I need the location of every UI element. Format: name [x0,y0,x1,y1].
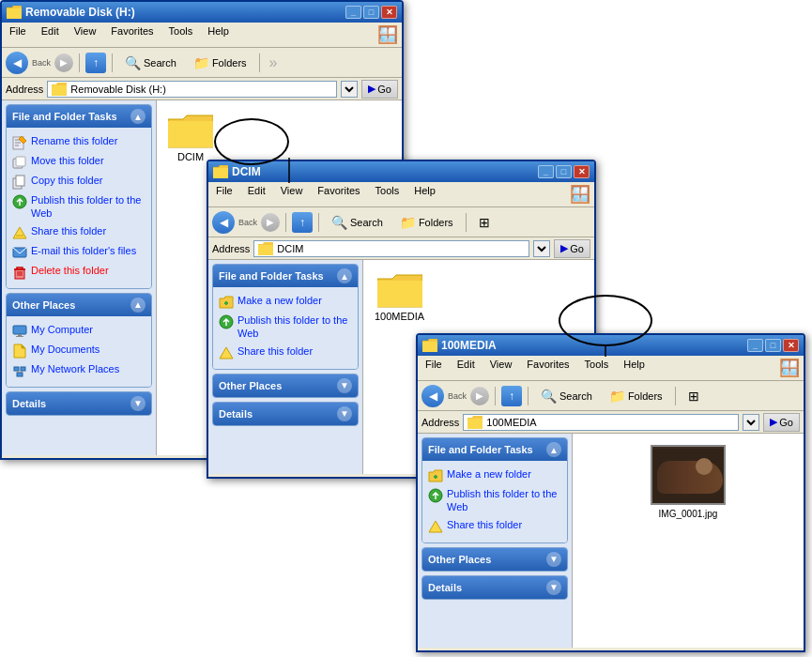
search-btn-3[interactable]: 🔍 Search [534,386,599,406]
menu-view-3[interactable]: View [486,358,516,378]
address-dropdown-1[interactable] [341,81,358,98]
address-input-2[interactable]: DCIM [253,240,529,257]
task-copy-1[interactable]: Copy this folder [10,173,147,191]
back-btn-1[interactable]: ◀ [6,52,28,74]
collapse-details-3[interactable]: ▼ [546,580,561,595]
panel-header-file-tasks-1[interactable]: File and Folder Tasks ▲ [7,105,151,128]
close-btn-2[interactable]: ✕ [574,165,590,178]
collapse-details-2[interactable]: ▼ [337,406,352,421]
collapse-details-1[interactable]: ▼ [130,396,146,411]
minimize-btn-1[interactable]: _ [345,6,361,19]
collapse-other-3[interactable]: ▼ [546,552,561,567]
menu-view-1[interactable]: View [70,24,100,45]
minimize-btn-3[interactable]: _ [747,339,763,352]
menu-file-3[interactable]: File [421,358,446,378]
forward-btn-3[interactable]: ▶ [470,387,489,405]
task-publish-1[interactable]: Publish this folder to the Web [10,192,147,222]
task-email-1[interactable]: E-mail this folder's files [10,243,147,261]
collapse-file-tasks-1[interactable]: ▲ [130,109,146,124]
menu-favorites-2[interactable]: Favorites [314,184,363,205]
up-btn-3[interactable]: ↑ [501,386,522,406]
panel-header-other-1[interactable]: Other Places ▲ [7,294,151,316]
collapse-other-2[interactable]: ▼ [337,378,352,393]
task-mycomputer-1[interactable]: My Computer [10,322,147,340]
task-publish-3[interactable]: Publish this folder to the Web [426,486,563,515]
address-input-3[interactable]: 100MEDIA [463,414,739,431]
task-publish-2[interactable]: Publish this folder to the Web [217,313,354,342]
view-btn-2[interactable]: ⊞ [472,212,497,233]
forward-btn-2[interactable]: ▶ [261,213,280,232]
panel-body-other-1: My Computer My Documents My Network Plac… [7,316,151,387]
search-btn-1[interactable]: 🔍 Search [118,53,183,73]
collapse-other-1[interactable]: ▲ [130,298,146,313]
task-newdir-2[interactable]: Make a new folder [217,293,354,311]
img-item-0001[interactable]: IMG_0001.jpg [580,441,796,523]
panel-header-other-2[interactable]: Other Places ▼ [213,374,358,397]
go-btn-1[interactable]: ▶ Go [361,80,398,99]
menu-edit-3[interactable]: Edit [453,358,479,378]
folders-btn-1[interactable]: 📁 Folders [187,53,253,73]
task-delete-1[interactable]: Delete this folder [10,263,147,281]
menu-help-2[interactable]: Help [410,184,439,205]
folder-100media[interactable]: 100MEDIA [371,267,428,326]
task-newdir-text-3: Make a new folder [447,467,531,481]
task-mydocs-1[interactable]: My Documents [10,342,147,359]
menu-help-1[interactable]: Help [204,24,233,45]
toolbar-2: ◀ Back ▶ ↑ 🔍 Search 📁 Folders ⊞ [208,207,594,237]
up-btn-1[interactable]: ↑ [85,53,106,73]
panel-header-details-1[interactable]: Details ▼ [7,392,151,415]
window-100media[interactable]: 100MEDIA _ □ ✕ File Edit View Favorites … [416,333,805,652]
panel-header-other-3[interactable]: Other Places ▼ [422,548,567,571]
minimize-btn-2[interactable]: _ [538,165,554,178]
maximize-btn-1[interactable]: □ [363,6,379,19]
task-move-1[interactable]: Move this folder [10,153,147,171]
back-btn-2[interactable]: ◀ [212,211,235,234]
go-btn-2[interactable]: ▶ Go [554,239,590,258]
task-share-2[interactable]: Share this folder [217,344,354,361]
menu-edit-1[interactable]: Edit [38,24,63,45]
copy-icon-1 [12,175,27,190]
address-dropdown-2[interactable] [533,240,550,257]
menu-edit-2[interactable]: Edit [244,184,269,205]
menu-favorites-1[interactable]: Favorites [107,24,157,45]
menu-tools-1[interactable]: Tools [165,24,197,45]
menu-file-1[interactable]: File [6,24,30,45]
go-btn-3[interactable]: ▶ Go [763,413,800,432]
menu-file-2[interactable]: File [212,184,237,205]
maximize-btn-3[interactable]: □ [765,339,781,352]
collapse-file-tasks-3[interactable]: ▲ [546,442,561,457]
folders-btn-2[interactable]: 📁 Folders [393,212,460,233]
search-icon-2: 🔍 [331,215,347,230]
menu-tools-2[interactable]: Tools [372,184,404,205]
move-icon-1 [12,155,27,170]
folder-dcim[interactable]: DCIM [164,108,217,166]
up-btn-2[interactable]: ↑ [292,212,313,233]
address-input-1[interactable]: Removable Disk (H:) [47,81,337,98]
menu-view-2[interactable]: View [277,184,307,205]
section-other-3: Other Places ▼ [421,547,568,572]
back-btn-3[interactable]: ◀ [421,385,444,407]
close-btn-1[interactable]: ✕ [381,6,397,19]
search-btn-2[interactable]: 🔍 Search [325,212,390,233]
forward-btn-1[interactable]: ▶ [54,53,73,72]
task-share-1[interactable]: Share this folder [10,223,147,241]
collapse-file-tasks-2[interactable]: ▲ [337,268,352,283]
new-folder-icon-2 [219,295,234,310]
menu-favorites-3[interactable]: Favorites [523,358,573,378]
panel-header-details-2[interactable]: Details ▼ [213,403,358,425]
address-dropdown-3[interactable] [743,414,759,431]
panel-header-file-tasks-2[interactable]: File and Folder Tasks ▲ [213,265,358,287]
panel-header-details-3[interactable]: Details ▼ [422,576,567,599]
task-rename-1[interactable]: Rename this folder [10,133,147,151]
close-btn-3[interactable]: ✕ [783,339,799,352]
view-btn-3[interactable]: ⊞ [682,386,706,406]
task-network-1[interactable]: My Network Places [10,361,147,379]
menu-help-3[interactable]: Help [620,358,649,378]
task-share-3[interactable]: Share this folder [426,517,563,535]
maximize-btn-2[interactable]: □ [556,165,572,178]
folders-btn-3[interactable]: 📁 Folders [603,386,669,406]
panel-header-file-tasks-3[interactable]: File and Folder Tasks ▲ [422,438,567,461]
menu-tools-3[interactable]: Tools [581,358,613,378]
toolbar-1: ◀ Back ▶ ↑ 🔍 Search 📁 Folders » [2,48,402,78]
task-newdir-3[interactable]: Make a new folder [426,466,563,484]
